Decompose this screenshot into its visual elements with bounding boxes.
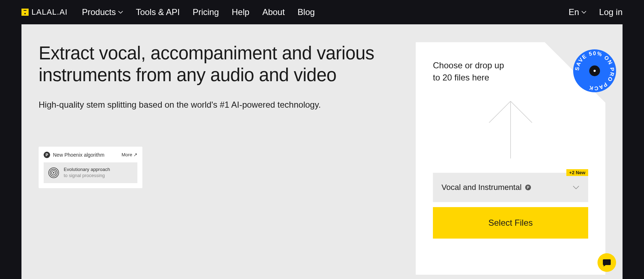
header: LALAL.AI Products Tools & API Pricing He… — [0, 0, 644, 24]
chevron-down-icon — [572, 185, 580, 190]
stem-selected-text: Vocal and Instrumental — [441, 183, 522, 192]
chevron-down-icon — [581, 11, 586, 14]
phoenix-icon: P — [44, 152, 50, 158]
info-line2: to signal processing — [64, 173, 110, 179]
login-link[interactable]: Log in — [599, 7, 623, 17]
upload-area: Choose or drop up to 20 files here +2 Ne… — [416, 42, 605, 279]
info-card-title: New Phoenix algorithm — [53, 152, 104, 158]
record-icon — [589, 65, 600, 76]
nav-tools[interactable]: Tools & API — [136, 7, 180, 17]
nav-products[interactable]: Products — [82, 7, 123, 17]
language-label: En — [569, 7, 579, 17]
info-line1: Evolutionary approach — [64, 167, 110, 173]
phoenix-info-card: P New Phoenix algorithm More ↗ Evolution… — [39, 147, 142, 188]
info-card-more-link[interactable]: More ↗ — [122, 152, 137, 157]
main-content: Extract vocal, accompaniment and various… — [21, 24, 623, 279]
logo-icon — [21, 9, 29, 16]
logo-text: LALAL.AI — [31, 8, 68, 17]
main-nav: Products Tools & API Pricing Help About … — [82, 7, 569, 17]
svg-point-3 — [53, 172, 54, 173]
nav-products-label: Products — [82, 7, 116, 17]
nav-about[interactable]: About — [262, 7, 285, 17]
stem-select-label: Vocal and Instrumental P — [441, 183, 531, 192]
upload-prompt: Choose or drop up to 20 files here — [433, 59, 512, 83]
logo[interactable]: LALAL.AI — [21, 8, 68, 17]
new-badge: +2 New — [566, 169, 588, 176]
language-selector[interactable]: En — [569, 7, 586, 17]
select-files-button[interactable]: Select Files — [433, 207, 588, 239]
chevron-down-icon — [118, 11, 123, 14]
chat-icon — [602, 258, 611, 267]
hero-section: Extract vocal, accompaniment and various… — [39, 42, 416, 279]
nav-pricing[interactable]: Pricing — [192, 7, 219, 17]
nav-blog[interactable]: Blog — [298, 7, 315, 17]
nav-help[interactable]: Help — [232, 7, 249, 17]
hero-subhead: High-quality stem splitting based on the… — [39, 99, 387, 111]
stem-select-wrap: +2 New Vocal and Instrumental P — [433, 173, 588, 202]
promo-badge[interactable]: SAVE 50% ON PRO PACK — [573, 49, 616, 92]
stem-type-select[interactable]: Vocal and Instrumental P — [433, 173, 588, 202]
chat-button[interactable] — [597, 253, 616, 272]
upload-arrow-icon — [478, 98, 543, 162]
info-card-body-text: Evolutionary approach to signal processi… — [64, 167, 110, 179]
spiral-icon — [48, 167, 59, 178]
header-right: En Log in — [569, 7, 623, 17]
info-card-header: P New Phoenix algorithm More ↗ — [44, 152, 137, 158]
info-card-body: Evolutionary approach to signal processi… — [44, 162, 137, 183]
hero-headline: Extract vocal, accompaniment and various… — [39, 42, 387, 86]
phoenix-icon: P — [525, 185, 531, 190]
